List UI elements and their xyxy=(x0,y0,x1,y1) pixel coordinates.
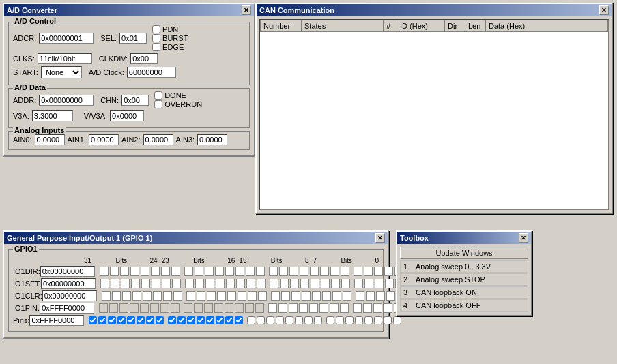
adclock-input[interactable] xyxy=(127,67,176,78)
gpio-bit-2-18 xyxy=(291,291,300,301)
gpio-pin-bit-4-28[interactable] xyxy=(364,316,373,324)
gpio-pin-bit-4-23[interactable] xyxy=(314,316,322,324)
gpio-pin-bit-4-22[interactable] xyxy=(304,316,313,324)
gpio-pin-bit-4-18[interactable] xyxy=(266,316,274,324)
gpio-bit-3-14 xyxy=(245,303,254,313)
gpio-bit-1-22 xyxy=(331,279,340,288)
edge-checkbox[interactable] xyxy=(152,43,160,51)
start-select[interactable]: None xyxy=(41,66,82,78)
chn-input[interactable] xyxy=(121,95,149,106)
ain1-input[interactable] xyxy=(89,134,119,145)
gpio-pin-bit-4-8[interactable] xyxy=(168,316,176,324)
gpio-bit-0-27 xyxy=(384,267,393,276)
gpio-bit-0-12 xyxy=(225,267,234,276)
gpio-pin-bit-4-21[interactable] xyxy=(295,316,303,324)
bits-h7: 7 xyxy=(313,257,317,264)
gpio-pin-bit-4-4[interactable] xyxy=(127,316,135,324)
gpio-bit-0-0 xyxy=(100,267,109,276)
clks-label: CLKS: xyxy=(13,55,35,63)
gpio-row-value-1[interactable] xyxy=(41,278,96,289)
ad-converter-close[interactable]: ✕ xyxy=(242,5,251,15)
gpio-pin-bit-4-12[interactable] xyxy=(206,316,214,324)
gpio-pin-bit-4-17[interactable] xyxy=(257,316,265,324)
gpio-row-value-4[interactable] xyxy=(29,315,84,326)
ain2-input[interactable] xyxy=(143,134,173,145)
gpio-pin-bit-4-6[interactable] xyxy=(146,316,154,324)
gpio-pin-bit-4-2[interactable] xyxy=(108,316,116,324)
gpio-pin-bit-4-16[interactable] xyxy=(247,316,255,324)
clks-input[interactable] xyxy=(38,53,92,64)
gpio-bit-1-4 xyxy=(141,279,150,288)
gpio-pin-bit-4-9[interactable] xyxy=(177,316,186,324)
can-comm-close[interactable]: ✕ xyxy=(599,5,609,15)
can-comm-window: CAN Communication ✕ Number States # ID (… xyxy=(255,3,613,214)
start-label: START: xyxy=(13,68,38,76)
gpio-row-value-2[interactable] xyxy=(42,290,97,301)
gpio-bit-3-24 xyxy=(353,303,362,313)
gpio-pin-bit-4-1[interactable] xyxy=(98,316,106,324)
ad-converter-content: A/D Control ADCR: SEL: PDN BURST xyxy=(4,16,254,155)
gpio-pin-bit-4-11[interactable] xyxy=(197,316,205,324)
gpio-bit-1-16 xyxy=(270,279,278,288)
adcr-input[interactable] xyxy=(39,33,94,44)
can-col-dir: Dir xyxy=(445,20,465,32)
gpio-bit-3-27 xyxy=(384,303,392,313)
toolbox-item-2[interactable]: 3CAN loopback ON xyxy=(400,286,528,299)
gpio-bit-2-7 xyxy=(173,291,182,301)
gpio-pin-bit-4-10[interactable] xyxy=(187,316,195,324)
overrun-checkbox[interactable] xyxy=(154,100,162,108)
ain0-input[interactable] xyxy=(35,134,65,145)
gpio-row-label-1: IO1SET: xyxy=(13,279,41,288)
gpio-bit-2-16 xyxy=(271,291,280,301)
toolbox-item-0[interactable]: 1Analog sweep 0.. 3.3V xyxy=(400,260,528,273)
pdn-checkbox[interactable] xyxy=(152,25,160,33)
gpio-pin-bit-4-3[interactable] xyxy=(117,316,126,324)
gpio-pin-bit-4-27[interactable] xyxy=(355,316,363,324)
done-overrun-group: DONE OVERRUN xyxy=(154,91,202,108)
toolbox-item-text-0: Analog sweep 0.. 3.3V xyxy=(416,262,491,271)
addr-input[interactable] xyxy=(39,95,94,106)
gpio-pin-bit-4-26[interactable] xyxy=(345,316,354,324)
gpio-pin-bit-4-24[interactable] xyxy=(326,316,334,324)
gpio-bit-3-0 xyxy=(99,303,108,313)
clkdiv-input[interactable] xyxy=(130,53,158,64)
gpio-pin-bit-4-30[interactable] xyxy=(384,316,392,324)
gpio-bit-1-17 xyxy=(280,279,289,288)
gpio-row-value-3[interactable] xyxy=(40,303,94,314)
gpio-bit-3-23 xyxy=(340,303,349,313)
gpio-pin-bit-4-0[interactable] xyxy=(89,316,97,324)
sel-input[interactable] xyxy=(119,33,147,44)
vv3a-input[interactable] xyxy=(110,110,144,121)
gpio-pin-bit-4-19[interactable] xyxy=(276,316,284,324)
gpio-bits-group-0-2 xyxy=(268,267,350,276)
gpio-row-label-2: IO1CLR: xyxy=(13,292,42,300)
v3a-input[interactable] xyxy=(32,110,73,121)
ain3-input[interactable] xyxy=(197,134,227,145)
gpio-bit-1-12 xyxy=(226,279,235,288)
toolbox-item-text-2: CAN loopback ON xyxy=(416,288,477,297)
update-windows-button[interactable]: Update Windows xyxy=(400,247,528,259)
gpio-pin-bit-4-29[interactable] xyxy=(374,316,382,324)
can-table-container[interactable]: Number States # ID (Hex) Dir Len Data (H… xyxy=(259,19,609,210)
gpio-pin-bit-4-20[interactable] xyxy=(285,316,293,324)
overrun-label: OVERRUN xyxy=(164,100,202,108)
gpio-pin-bit-4-25[interactable] xyxy=(336,316,344,324)
toolbox-item-1[interactable]: 2Analog sweep STOP xyxy=(400,273,528,286)
gpio-pin-bit-4-13[interactable] xyxy=(216,316,224,324)
done-label: DONE xyxy=(164,91,186,100)
can-comm-content: Number States # ID (Hex) Dir Len Data (H… xyxy=(257,16,612,213)
gpio-row-value-0[interactable] xyxy=(40,266,95,277)
gpio-pin-bit-4-5[interactable] xyxy=(137,316,145,324)
done-checkbox[interactable] xyxy=(154,91,162,100)
gpio-pin-bit-4-15[interactable] xyxy=(235,316,243,324)
toolbox-close[interactable]: ✕ xyxy=(519,233,528,243)
gpio-pin-bit-4-14[interactable] xyxy=(225,316,233,324)
bits-h15: 15 xyxy=(239,257,246,264)
gpio-close[interactable]: ✕ xyxy=(375,233,385,243)
ain3-label: AIN3: xyxy=(176,136,195,144)
toolbox-item-3[interactable]: 4CAN loopback OFF xyxy=(400,299,528,312)
gpio-pin-bit-4-7[interactable] xyxy=(156,316,164,324)
gpio-bits-group-1-1 xyxy=(184,279,266,288)
burst-checkbox[interactable] xyxy=(152,34,160,42)
gpio-pin-bit-4-31[interactable] xyxy=(393,316,401,324)
